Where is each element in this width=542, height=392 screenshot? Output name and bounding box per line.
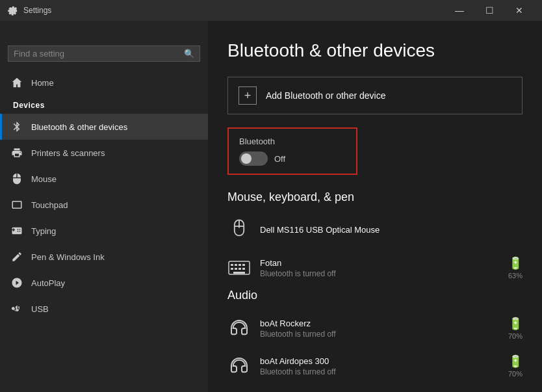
headphones-icon-2 [227, 354, 251, 378]
battery-pct-audio1: 70% [508, 332, 523, 340]
device-battery-audio1: 🔋 70% [508, 317, 523, 340]
toggle-knob [241, 153, 252, 164]
mouse-icon [10, 172, 23, 185]
device-info-dell-mouse: Dell MS116 USB Optical Mouse [260, 225, 523, 236]
svg-rect-10 [239, 268, 241, 270]
typing-icon [10, 224, 23, 237]
touchpad-icon [10, 198, 23, 211]
device-name-fotan: Fotan [260, 258, 499, 268]
section-heading-mouse-keyboard-pen: Mouse, keyboard, & pen [227, 190, 523, 204]
device-battery-fotan: 🔋 63% [508, 256, 523, 280]
sidebar-item-usb[interactable]: USB [0, 296, 208, 322]
headphones-icon-1 [227, 317, 251, 340]
sidebar-item-printers[interactable]: Printers & scanners [0, 140, 208, 166]
sidebar-item-pen[interactable]: Pen & Windows Ink [0, 244, 208, 270]
sidebar-item-typing[interactable]: Typing [0, 218, 208, 244]
device-battery-audio2: 🔋 70% [508, 354, 523, 378]
settings-app-icon [8, 5, 18, 16]
section-audio: Audio boAt Rockerz Bluetooth is turned o… [227, 289, 523, 383]
keyboard-device-icon [227, 256, 251, 280]
usb-icon [10, 302, 23, 315]
section-heading-audio: Audio [227, 289, 523, 302]
device-name-audio1: boAt Rockerz [260, 319, 499, 328]
device-name-dell-mouse: Dell MS116 USB Optical Mouse [260, 225, 523, 235]
device-item-audio2: boAt Airdopes 300 Bluetooth is turned of… [227, 349, 523, 383]
device-item-dell-mouse: Dell MS116 USB Optical Mouse [227, 213, 523, 247]
svg-rect-4 [231, 264, 233, 266]
page-title: Bluetooth & other devices [227, 40, 523, 61]
battery-icon-audio2: 🔋 [508, 354, 523, 369]
sidebar-item-label-autoplay: AutoPlay [31, 278, 65, 288]
mouse-device-icon [227, 218, 251, 242]
pen-icon [10, 250, 23, 263]
sidebar-item-label-mouse: Mouse [31, 174, 57, 184]
device-info-fotan: Fotan Bluetooth is turned off [260, 258, 499, 278]
sidebar-item-mouse[interactable]: Mouse [0, 166, 208, 192]
battery-pct-fotan: 63% [508, 272, 523, 280]
bluetooth-section: Bluetooth Off [227, 127, 357, 175]
svg-rect-6 [239, 264, 241, 266]
sidebar-item-home[interactable]: Home [0, 70, 208, 96]
sidebar-item-label-home: Home [31, 78, 54, 88]
add-device-label: Add Bluetooth or other device [266, 90, 385, 101]
sidebar-section-devices: Devices [0, 96, 208, 114]
device-name-audio2: boAt Airdopes 300 [260, 356, 499, 366]
app-body: 🔍 Home Devices Bluetooth & other devices… [0, 21, 542, 392]
sidebar-item-label-typing: Typing [31, 226, 56, 236]
svg-rect-5 [235, 264, 237, 266]
bluetooth-label: Bluetooth [239, 137, 346, 146]
svg-rect-8 [231, 268, 233, 270]
search-input[interactable] [14, 49, 179, 59]
device-item-audio1: boAt Rockerz Bluetooth is turned off 🔋 7… [227, 311, 523, 345]
sidebar-item-bluetooth[interactable]: Bluetooth & other devices [0, 114, 208, 140]
device-status-fotan: Bluetooth is turned off [260, 269, 499, 278]
sidebar-item-label-printers: Printers & scanners [31, 148, 105, 158]
device-item-fotan: Fotan Bluetooth is turned off 🔋 63% [227, 251, 523, 285]
home-icon [10, 76, 23, 89]
sidebar-header [0, 21, 208, 40]
sidebar-item-label-bluetooth: Bluetooth & other devices [31, 122, 127, 132]
section-mouse-keyboard-pen: Mouse, keyboard, & pen Dell MS116 USB Op… [227, 190, 523, 285]
bluetooth-toggle[interactable] [239, 151, 268, 166]
bluetooth-state: Off [274, 154, 285, 164]
device-info-audio2: boAt Airdopes 300 Bluetooth is turned of… [260, 356, 499, 376]
plus-icon: + [239, 86, 257, 105]
device-status-audio2: Bluetooth is turned off [260, 367, 499, 376]
device-status-audio1: Bluetooth is turned off [260, 330, 499, 339]
maximize-button[interactable]: ☐ [474, 0, 504, 21]
add-device-button[interactable]: + Add Bluetooth or other device [227, 77, 523, 114]
sidebar-item-label-touchpad: Touchpad [31, 200, 68, 210]
autoplay-icon [10, 276, 23, 289]
svg-rect-9 [235, 268, 237, 270]
search-box[interactable]: 🔍 [8, 46, 200, 62]
title-bar: Settings — ☐ ✕ [0, 0, 542, 21]
content-area: Bluetooth & other devices + Add Bluetoot… [208, 21, 542, 392]
minimize-button[interactable]: — [445, 0, 474, 21]
battery-icon-audio1: 🔋 [508, 317, 523, 331]
title-bar-controls: — ☐ ✕ [445, 0, 534, 21]
svg-rect-12 [233, 272, 245, 274]
battery-icon-fotan: 🔋 [508, 256, 523, 270]
bluetooth-icon [10, 120, 23, 133]
device-info-audio1: boAt Rockerz Bluetooth is turned off [260, 319, 499, 339]
sidebar-item-touchpad[interactable]: Touchpad [0, 192, 208, 218]
sidebar-item-autoplay[interactable]: AutoPlay [0, 270, 208, 296]
sidebar-item-label-usb: USB [31, 304, 49, 314]
close-button[interactable]: ✕ [504, 0, 534, 21]
printer-icon [10, 146, 23, 159]
svg-rect-11 [242, 268, 245, 270]
sidebar-item-label-pen: Pen & Windows Ink [31, 252, 105, 262]
sidebar: 🔍 Home Devices Bluetooth & other devices… [0, 21, 208, 392]
bluetooth-toggle-row: Off [239, 151, 346, 166]
battery-pct-audio2: 70% [508, 370, 523, 378]
app-title: Settings [23, 6, 51, 15]
search-icon: 🔍 [184, 49, 194, 59]
svg-rect-7 [242, 264, 245, 266]
title-bar-left: Settings [8, 5, 51, 16]
